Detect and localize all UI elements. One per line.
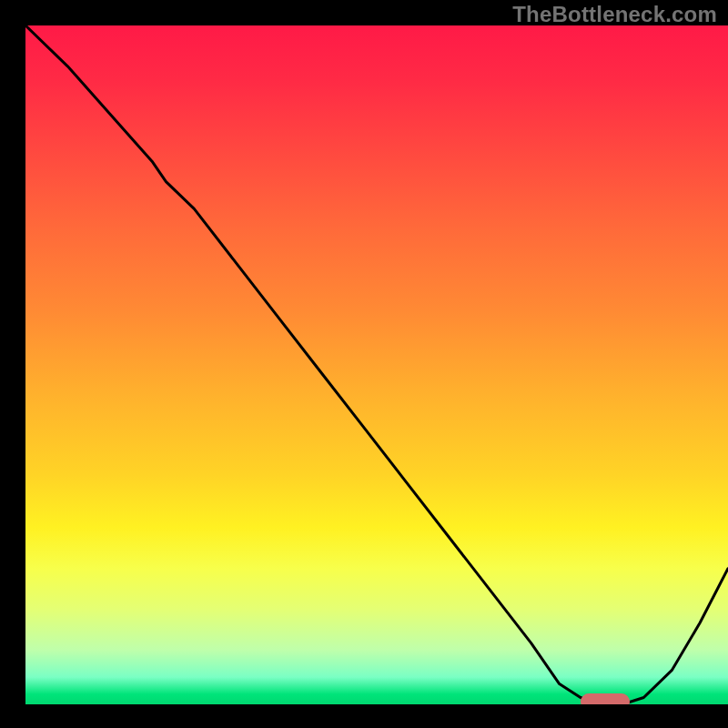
bottleneck-curve — [25, 25, 728, 704]
watermark-label: TheBottleneck.com — [512, 2, 717, 27]
optimal-range-marker — [581, 693, 630, 704]
plot-area — [25, 25, 728, 704]
chart-container: TheBottleneck.com — [0, 0, 728, 728]
